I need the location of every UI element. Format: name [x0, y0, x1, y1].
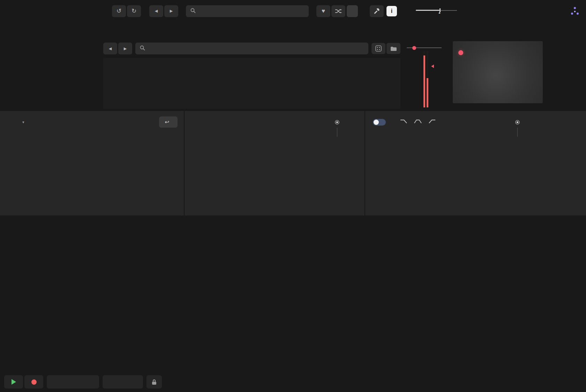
- play-icon: [12, 379, 16, 385]
- lowpass-filter-icon[interactable]: [400, 119, 408, 126]
- undo-redo-group: ↺ ↻: [112, 5, 141, 17]
- top-bar: ↺ ↻ ◀ ▶ ♥ i ▲: [0, 0, 586, 22]
- play-button[interactable]: [4, 375, 23, 389]
- random-sample-icon[interactable]: [371, 43, 385, 54]
- drum-panel: ▾ ↩: [4, 111, 184, 216]
- control-panels: ▾ ↩: [0, 111, 586, 216]
- reverse-button[interactable]: ↩: [159, 116, 178, 128]
- triaz-logo: [571, 6, 580, 16]
- waveform-svg: [103, 58, 400, 109]
- sample-section: ◀ ▶: [0, 39, 586, 111]
- previous-preset-icon[interactable]: ◀: [149, 5, 163, 17]
- host-sync-button[interactable]: [47, 375, 99, 389]
- slider-marker-icon: ▲: [438, 11, 441, 14]
- previous-sample-icon[interactable]: ◀: [103, 43, 117, 54]
- master-volume-slider[interactable]: ▲: [416, 7, 457, 15]
- preset-search-input[interactable]: [199, 8, 305, 14]
- toggle-knob: [374, 120, 379, 125]
- next-sample-icon[interactable]: ▶: [118, 43, 132, 54]
- sample-search-input[interactable]: [149, 46, 364, 52]
- favorite-shuffle-group: ♥: [316, 5, 345, 17]
- settings-wrench-icon[interactable]: [370, 5, 384, 17]
- search-icon: [190, 8, 196, 15]
- filter-sync-toggle[interactable]: [515, 120, 523, 125]
- highpass-filter-icon[interactable]: [428, 119, 436, 126]
- folder-icon[interactable]: [386, 43, 400, 54]
- preset-search[interactable]: [186, 5, 309, 17]
- filter-type-icons: [400, 119, 436, 126]
- triaz-app-window: ↺ ↻ ◀ ▶ ♥ i ▲: [0, 0, 586, 392]
- pitch-sync-toggle[interactable]: [335, 120, 342, 125]
- chevron-down-icon: ▾: [22, 120, 24, 125]
- slider-handle[interactable]: [412, 46, 416, 50]
- waveform-display[interactable]: [103, 58, 400, 109]
- record-icon: [31, 379, 37, 385]
- sample-toolbar: ◀ ▶: [103, 42, 400, 55]
- sample-search[interactable]: [135, 43, 368, 54]
- sample-level-meter: [423, 51, 429, 107]
- shuffle-icon[interactable]: [331, 5, 345, 17]
- mixer-section: [4, 232, 582, 370]
- drum-pad-tabs: [4, 23, 582, 38]
- redo-icon[interactable]: ↻: [127, 5, 141, 17]
- sync-radio-icon: [335, 120, 339, 125]
- undo-icon[interactable]: ↺: [112, 5, 126, 17]
- bandpass-filter-icon[interactable]: [414, 119, 422, 126]
- slider-track: [407, 47, 442, 48]
- save-button[interactable]: [347, 5, 358, 17]
- sample-volume-slider[interactable]: [407, 45, 442, 50]
- filter-panel: [365, 111, 582, 216]
- logo-dots-icon: [570, 6, 580, 16]
- choke-selector[interactable]: ▾: [22, 120, 27, 125]
- reverse-icon: ↩: [165, 119, 169, 125]
- slider-fill: [416, 10, 440, 11]
- favorite-heart-icon[interactable]: ♥: [316, 5, 330, 17]
- blend-position-dot[interactable]: [458, 50, 463, 55]
- sync-line: [337, 128, 338, 137]
- preset-nav-group: ◀ ▶: [149, 5, 178, 17]
- record-button[interactable]: [24, 375, 43, 389]
- sync-radio-icon: [515, 120, 520, 125]
- next-preset-icon[interactable]: ▶: [164, 5, 178, 17]
- mixer-tab-bar: [4, 217, 582, 231]
- info-icon[interactable]: i: [386, 6, 397, 16]
- filter-enable-toggle[interactable]: [373, 119, 386, 126]
- search-icon: [140, 45, 145, 52]
- transport-bar: [0, 372, 586, 392]
- pitch-panel: [185, 111, 365, 216]
- sync-line: [517, 128, 518, 137]
- peak-marker-icon: [429, 65, 434, 68]
- lock-icon[interactable]: [146, 375, 162, 389]
- export-button[interactable]: [103, 375, 143, 389]
- layer-blend-pad[interactable]: [453, 41, 543, 103]
